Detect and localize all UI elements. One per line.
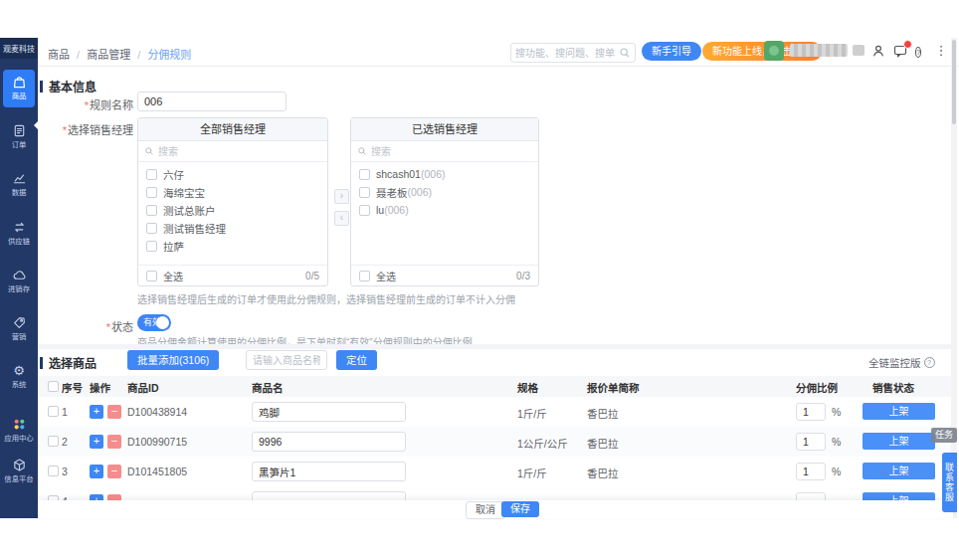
option-checkbox[interactable] <box>146 223 157 234</box>
manager-tag: (006) <box>384 204 409 216</box>
manager-hint: 选择销售经理后生成的订单才使用此分佣规则，选择销售经理前生成的订单不计入分佣 <box>137 291 515 306</box>
transfer-to-left-button[interactable]: ‹ <box>334 211 349 226</box>
manager-option[interactable]: 测试销售经理 <box>138 219 327 237</box>
beginner-guide-button[interactable]: 新手引导 <box>642 42 701 61</box>
status-toggle[interactable]: 有效 <box>137 314 171 331</box>
contact-person-icon[interactable] <box>871 44 887 60</box>
row-product-name-input[interactable] <box>252 402 406 422</box>
sidebar: 观麦科技 商品 订单 数据 供应链 进销存 营销 ⚙ 系统 <box>0 38 38 518</box>
price-tag-icon <box>3 315 35 331</box>
locate-button[interactable]: 定位 <box>336 350 377 370</box>
row-add-button[interactable]: + <box>90 405 103 419</box>
sidebar-item-inventory[interactable]: 进销存 <box>3 263 35 300</box>
manager-option[interactable]: 拉萨 <box>138 237 327 255</box>
option-checkbox[interactable] <box>359 169 370 180</box>
sidebar-item-label: 订单 <box>4 139 33 149</box>
help-icon[interactable]: ? <box>915 45 931 61</box>
transfer-left-panel: 全部销售经理 六仔 海绵宝宝 测试总账户 测试销售经理 拉萨 全选 0/5 <box>137 117 328 286</box>
row-remove-button[interactable]: − <box>107 405 121 419</box>
option-checkbox[interactable] <box>359 205 370 216</box>
option-checkbox[interactable] <box>146 169 157 180</box>
transfer-to-right-button[interactable]: › <box>334 189 349 204</box>
page: 观麦科技 商品 订单 数据 供应链 进销存 营销 ⚙ 系统 <box>0 0 959 560</box>
row-ratio-input[interactable] <box>796 433 826 451</box>
col-product-name: 商品名 <box>252 380 284 395</box>
scrollbar-thumb[interactable] <box>952 40 956 124</box>
percent-sign: % <box>832 436 841 448</box>
row-product-id: D101451805 <box>127 466 187 477</box>
product-name-search-input[interactable] <box>246 350 327 370</box>
sidebar-item-data[interactable]: 数据 <box>3 166 35 204</box>
products-table-header: 序号 操作 商品ID 商品名 规格 报价单简称 分佣比例 销售状态 <box>38 376 953 398</box>
on-shelf-button[interactable]: 上架 <box>863 403 935 420</box>
row-remove-button[interactable]: − <box>107 435 121 449</box>
toggle-knob <box>156 316 169 329</box>
breadcrumb-separator: / <box>137 49 140 61</box>
batch-add-button[interactable]: 批量添加(3106) <box>127 350 219 370</box>
col-product-id: 商品ID <box>127 380 159 395</box>
row-remove-button[interactable]: − <box>107 465 121 478</box>
breadcrumb-goods[interactable]: 商品 <box>48 49 70 61</box>
sidebar-item-label: 营销 <box>4 331 33 341</box>
more-menu-icon[interactable]: ⋮ <box>933 44 949 60</box>
on-shelf-button[interactable]: 上架 <box>863 463 935 479</box>
customer-service-tab[interactable]: 联系客服 <box>942 453 957 512</box>
row-quote-name: 香巴拉 <box>587 436 619 451</box>
avatar[interactable] <box>764 41 784 61</box>
message-icon[interactable] <box>893 44 909 60</box>
row-add-button[interactable]: + <box>90 465 103 478</box>
sidebar-item-marketing[interactable]: 营销 <box>3 310 35 348</box>
row-product-id: D100438914 <box>127 406 187 418</box>
on-shelf-button[interactable]: 上架 <box>863 433 935 450</box>
option-checkbox[interactable] <box>146 205 157 216</box>
transfer-left-search-input[interactable] <box>154 146 321 157</box>
sidebar-item-label: 信息平台 <box>4 473 33 483</box>
cube-icon <box>3 458 35 473</box>
select-all-label[interactable]: 全选 <box>163 269 183 283</box>
sidebar-item-label: 数据 <box>4 187 33 197</box>
sidebar-item-goods[interactable]: 商品 <box>3 70 35 107</box>
selected-manager[interactable]: lu(006) <box>351 201 538 219</box>
row-checkbox[interactable] <box>48 436 59 447</box>
required-mark: * <box>106 321 110 333</box>
manager-option[interactable]: 海绵宝宝 <box>138 183 327 201</box>
transfer-right-footer: 全选 0/3 <box>351 265 538 285</box>
username-redacted[interactable] <box>790 44 848 57</box>
cancel-button[interactable]: 取消 <box>466 501 505 519</box>
option-checkbox[interactable] <box>359 187 370 198</box>
transfer-left-footer: 全选 0/5 <box>138 265 327 285</box>
select-all-label[interactable]: 全选 <box>376 269 396 283</box>
header-checkbox[interactable] <box>48 381 59 392</box>
sidebar-item-system[interactable]: ⚙ 系统 <box>3 358 35 396</box>
row-ratio-input[interactable] <box>796 403 826 421</box>
row-checkbox[interactable] <box>48 466 59 476</box>
sidebar-item-label: 供应链 <box>4 236 33 246</box>
gear-icon: ⚙ <box>3 363 35 379</box>
sidebar-item-supply-chain[interactable]: 供应链 <box>3 215 35 253</box>
row-checkbox[interactable] <box>48 406 59 417</box>
select-all-checkbox[interactable] <box>359 271 370 281</box>
select-all-checkbox[interactable] <box>146 271 157 281</box>
rule-name-input[interactable] <box>137 92 287 111</box>
option-checkbox[interactable] <box>146 241 157 252</box>
selected-manager[interactable]: 聂老板(006) <box>351 183 538 201</box>
task-floating-tag[interactable]: 任务 <box>931 428 957 443</box>
option-checkbox[interactable] <box>146 187 157 198</box>
selected-manager[interactable]: shcash01(006) <box>351 165 538 183</box>
save-button[interactable]: 保存 <box>501 501 539 517</box>
sidebar-item-app-center[interactable]: 应用中心 <box>3 412 35 450</box>
sidebar-item-info-platform[interactable]: 信息平台 <box>3 453 35 490</box>
manager-option[interactable]: 六仔 <box>138 165 327 183</box>
monitor-version-link[interactable]: 全链监控版 ? <box>868 355 935 370</box>
notification-badge <box>903 40 912 49</box>
transfer-right-search-input[interactable] <box>367 146 532 157</box>
row-product-name-input[interactable] <box>252 432 406 452</box>
global-search-input[interactable] <box>511 48 619 59</box>
breadcrumb-goods-management[interactable]: 商品管理 <box>87 49 130 61</box>
col-quote-name: 报价单简称 <box>587 380 640 395</box>
row-add-button[interactable]: + <box>90 435 103 449</box>
row-ratio-input[interactable] <box>796 463 826 480</box>
col-sale-status: 销售状态 <box>872 380 914 395</box>
manager-option[interactable]: 测试总账户 <box>138 201 327 219</box>
row-product-name-input[interactable] <box>252 462 406 481</box>
